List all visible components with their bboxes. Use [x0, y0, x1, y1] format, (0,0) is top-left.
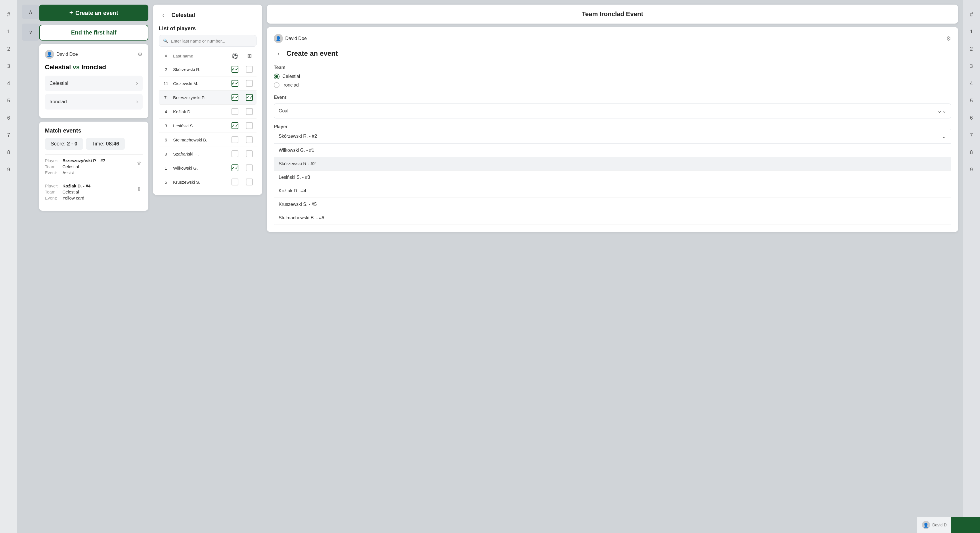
form-back-button[interactable]: ‹: [274, 49, 283, 58]
delete-event-1-button[interactable]: [136, 159, 143, 168]
dropdown-item-1[interactable]: Skórzewski R - #2: [274, 157, 951, 171]
right-num-1: 1: [963, 23, 980, 40]
bottom-green-bar: [951, 517, 980, 533]
event-row-team-1: Team: Celestial: [45, 164, 136, 169]
score-label: Score:: [51, 141, 65, 146]
form-back-icon: ‹: [277, 50, 280, 57]
team-celestial-radio[interactable]: Celestial: [274, 73, 951, 80]
player-col1-8[interactable]: [228, 178, 242, 185]
bottom-user-icon: [923, 522, 929, 528]
dropdown-item-3[interactable]: Koźlak D. -#4: [274, 184, 951, 198]
event-player-value-2: Koźlak D. - #4: [62, 183, 91, 188]
player-col1-7[interactable]: ✓: [228, 164, 242, 171]
event-row-type-2: Event: Yellow card: [45, 196, 136, 200]
player-col1-6[interactable]: [228, 150, 242, 157]
checkbox-checked-icon: ✓: [246, 94, 253, 101]
player-row-5[interactable]: 6 Stelmachowski B.: [159, 133, 256, 147]
player-col2-3[interactable]: [242, 108, 256, 115]
delete-event-2-button[interactable]: [136, 185, 143, 193]
player-row-8[interactable]: 5 Kruszewski S.: [159, 175, 256, 189]
player-col1-4[interactable]: ✓: [228, 122, 242, 129]
user-info: David Doe: [45, 50, 78, 59]
avatar: [45, 50, 54, 59]
right-num-6: 6: [963, 109, 980, 126]
event-row-player-1: Player: Brzeszczyński P. - #7: [45, 158, 136, 163]
event-details-1: Player: Brzeszczyński P. - #7 Team: Cele…: [45, 158, 136, 176]
create-event-button[interactable]: Create an event: [39, 5, 148, 21]
right-num-3: 3: [963, 57, 980, 75]
plus-icon: [69, 9, 73, 17]
player-col2-2[interactable]: ✓: [242, 94, 256, 101]
team1-row[interactable]: Celestial: [45, 76, 143, 91]
team-section-label: Team: [274, 65, 951, 70]
player-row-1[interactable]: 11 Ciszewski M. ✓: [159, 76, 256, 91]
player-col1-3[interactable]: [228, 108, 242, 115]
dropdown-item-0[interactable]: Wilkowski G. - #1: [274, 144, 951, 157]
player-col2-6[interactable]: [242, 150, 256, 157]
player-col1-5[interactable]: [228, 136, 242, 143]
match-team2: Ironclad: [81, 64, 106, 71]
search-input[interactable]: [171, 38, 252, 43]
team2-row[interactable]: Ironclad: [45, 94, 143, 110]
player-col1-2[interactable]: ✓: [228, 94, 242, 101]
celestial-radio-inner: [275, 75, 278, 78]
dropdown-item-5[interactable]: Stelmachowski B. - #6: [274, 211, 951, 225]
player-dropdown-header[interactable]: Skórzewski R. - #2 ⌃: [274, 129, 951, 144]
player-row-6[interactable]: 9 Szafrański H.: [159, 147, 256, 161]
player-col1-0[interactable]: ✓: [228, 66, 242, 73]
event-select[interactable]: Goal ⌄: [274, 103, 951, 118]
match-card: David Doe Celestial vs Ironclad Celestia…: [39, 44, 148, 118]
checkbox-checked-icon: ✓: [231, 94, 239, 101]
user-name: David Doe: [56, 52, 78, 57]
player-row-2[interactable]: 7| Brzeszczyński P. ✓ ✓: [159, 91, 256, 105]
back-button[interactable]: ‹: [159, 10, 168, 19]
match-title: Celestial vs Ironclad: [45, 64, 143, 71]
player-name-6: Szafrański H.: [173, 151, 228, 156]
player-dropdown-list: Wilkowski G. - #1 Skórzewski R - #2 Lesi…: [274, 144, 951, 225]
form-settings-icon[interactable]: [946, 35, 951, 42]
player-col2-1[interactable]: [242, 80, 256, 87]
collapse-up-button[interactable]: ∧: [22, 5, 39, 19]
side-num-6: 6: [0, 109, 17, 126]
player-row-4[interactable]: 3 Lesiński S. ✓: [159, 119, 256, 133]
settings-icon[interactable]: [137, 51, 143, 58]
player-col2-4[interactable]: [242, 122, 256, 129]
side-num-4: 4: [0, 75, 17, 92]
player-col2-8[interactable]: [242, 178, 256, 185]
checkbox-checked-icon: ✓: [231, 164, 239, 171]
event-player-value-1: Brzeszczyński P. - #7: [62, 158, 105, 163]
end-half-button[interactable]: End the first half: [39, 25, 148, 41]
score-value: 2 - 0: [67, 141, 77, 146]
checkbox-empty: [246, 178, 253, 185]
right-hash-label: #: [963, 6, 980, 23]
dropdown-item-2[interactable]: Lesiński S. - #3: [274, 171, 951, 184]
left-section: ∧ ∨ Create an event End the first half: [22, 5, 148, 528]
team-ironclad-text: Team Ironclad Event: [273, 10, 952, 18]
search-bar: [159, 35, 256, 46]
bottom-avatar: [922, 521, 930, 529]
event-section-label: Event: [274, 95, 951, 100]
checkbox-empty: [246, 136, 253, 143]
player-col1-1[interactable]: ✓: [228, 80, 242, 87]
side-num-9: 9: [0, 161, 17, 178]
checkbox-empty: [231, 150, 239, 157]
player-row-7[interactable]: 1 Wilkowski G. ✓: [159, 161, 256, 175]
player-dropdown: Skórzewski R. - #2 ⌃ Wilkowski G. - #1 S…: [274, 129, 951, 225]
player-col2-0[interactable]: [242, 66, 256, 73]
player-row-3[interactable]: 4 Koźlak D.: [159, 105, 256, 119]
team-ironclad-radio[interactable]: Ironclad: [274, 82, 951, 88]
side-num-7: 7: [0, 126, 17, 144]
side-num-8: 8: [0, 144, 17, 161]
collapse-down-button[interactable]: ∨: [22, 24, 39, 41]
team-radio-group: Celestial Ironclad: [274, 73, 951, 88]
player-col2-5[interactable]: [242, 136, 256, 143]
player-name-1: Ciszewski M.: [173, 81, 228, 86]
player-col2-7[interactable]: [242, 164, 256, 171]
form-user-name: David Doe: [285, 36, 307, 41]
create-event-label: Create an event: [75, 10, 118, 16]
dropdown-item-4[interactable]: Kruszewski S. - #5: [274, 198, 951, 211]
player-row-0[interactable]: 2 Skórzewski R. ✓: [159, 62, 256, 76]
form-title-row: ‹ Create an event: [274, 49, 951, 58]
col-players-header: ⚽: [228, 53, 242, 59]
match-vs: vs: [73, 64, 82, 71]
